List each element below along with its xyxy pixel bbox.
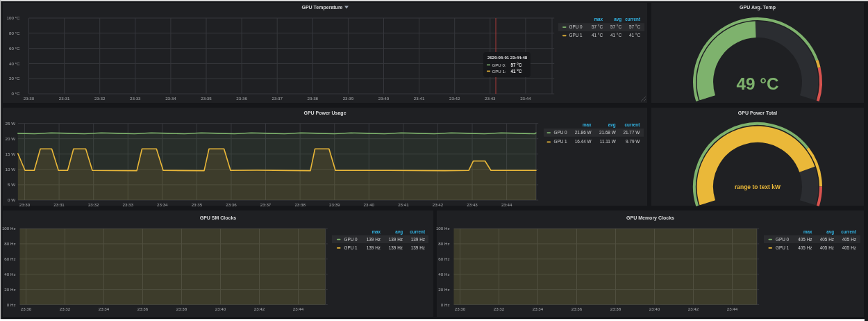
svg-text:0 Hz: 0 Hz: [441, 302, 450, 307]
svg-text:23:32: 23:32: [88, 202, 99, 207]
svg-text:23:39: 23:39: [343, 96, 354, 101]
svg-text:23:42: 23:42: [254, 306, 265, 311]
svg-text:60 Hz: 60 Hz: [438, 256, 449, 261]
svg-text:23:40: 23:40: [378, 96, 390, 101]
svg-text:40 Hz: 40 Hz: [438, 272, 449, 277]
svg-text:GPU 0: GPU 0: [554, 130, 568, 135]
svg-text:139 Hz: 139 Hz: [367, 237, 381, 242]
svg-text:max: max: [583, 122, 592, 127]
svg-text:23:41: 23:41: [398, 202, 409, 207]
svg-text:23:44: 23:44: [293, 306, 304, 311]
svg-text:GPU Power Total: GPU Power Total: [738, 110, 777, 115]
svg-text:23:34: 23:34: [99, 306, 110, 311]
svg-text:GPU 0:: GPU 0:: [492, 63, 506, 67]
svg-text:GPU Avg. Temp: GPU Avg. Temp: [740, 5, 776, 10]
svg-text:23:30: 23:30: [24, 96, 35, 101]
svg-text:49 °C: 49 °C: [736, 74, 778, 93]
svg-text:23:36: 23:36: [226, 202, 237, 207]
svg-text:23:43: 23:43: [467, 202, 478, 207]
svg-text:GPU 0: GPU 0: [344, 237, 358, 242]
svg-text:40 °C: 40 °C: [9, 61, 20, 66]
svg-text:57 °C: 57 °C: [610, 24, 621, 29]
svg-text:80 Hz: 80 Hz: [438, 241, 449, 246]
svg-text:GPU 1:: GPU 1:: [492, 69, 506, 74]
svg-text:100 Hz: 100 Hz: [436, 226, 450, 231]
svg-text:23:33: 23:33: [122, 202, 133, 207]
svg-text:57 °C: 57 °C: [629, 24, 640, 29]
svg-text:10 W: 10 W: [6, 167, 16, 172]
svg-text:23:31: 23:31: [53, 202, 65, 207]
svg-text:23:34: 23:34: [157, 202, 168, 207]
svg-text:avg: avg: [614, 17, 621, 22]
svg-text:current: current: [410, 229, 426, 234]
svg-text:GPU 1: GPU 1: [569, 33, 583, 38]
svg-text:23:40: 23:40: [215, 306, 226, 311]
svg-text:23:41: 23:41: [414, 96, 425, 101]
svg-text:9.79 W: 9.79 W: [626, 139, 640, 144]
svg-text:GPU Power Usage: GPU Power Usage: [303, 110, 346, 116]
svg-text:23:38: 23:38: [610, 306, 621, 311]
svg-text:max: max: [803, 229, 812, 234]
svg-text:405 Hz: 405 Hz: [798, 237, 812, 242]
svg-text:41 °C: 41 °C: [511, 69, 522, 74]
svg-text:15 W: 15 W: [6, 151, 16, 156]
svg-text:0 W: 0 W: [8, 197, 15, 202]
svg-text:current: current: [841, 229, 857, 234]
svg-text:current: current: [625, 17, 641, 22]
svg-text:5 W: 5 W: [8, 182, 15, 187]
svg-text:139 Hz: 139 Hz: [411, 237, 425, 242]
svg-text:GPU 0: GPU 0: [776, 237, 790, 242]
svg-text:23:32: 23:32: [94, 96, 106, 101]
svg-text:100 Hz: 100 Hz: [2, 226, 16, 231]
svg-text:80 °C: 80 °C: [9, 31, 20, 35]
svg-text:23:42: 23:42: [449, 96, 460, 101]
svg-text:avg: avg: [826, 229, 834, 235]
svg-text:GPU SM Clocks: GPU SM Clocks: [200, 215, 237, 220]
svg-text:23:35: 23:35: [192, 202, 203, 207]
svg-text:41 °C: 41 °C: [610, 33, 621, 38]
svg-text:405 Hz: 405 Hz: [820, 237, 834, 242]
svg-text:25 W: 25 W: [6, 121, 16, 126]
svg-text:GPU 1: GPU 1: [554, 139, 568, 144]
svg-text:41 °C: 41 °C: [629, 33, 640, 38]
svg-text:405 Hz: 405 Hz: [798, 245, 812, 250]
svg-text:57 °C: 57 °C: [511, 63, 522, 67]
svg-text:GPU Memory Clocks: GPU Memory Clocks: [626, 215, 674, 221]
svg-text:139 Hz: 139 Hz: [367, 245, 381, 250]
svg-text:23:30: 23:30: [19, 202, 31, 207]
svg-text:max: max: [372, 229, 381, 234]
svg-text:GPU Temperature: GPU Temperature: [302, 5, 343, 10]
svg-text:60 °C: 60 °C: [9, 46, 20, 51]
svg-text:2020-05-01 23:44:48: 2020-05-01 23:44:48: [487, 55, 528, 60]
svg-text:80 Hz: 80 Hz: [4, 241, 15, 246]
svg-text:23:30: 23:30: [21, 306, 32, 311]
svg-text:20 Hz: 20 Hz: [4, 287, 15, 292]
svg-text:23:37: 23:37: [272, 96, 283, 101]
svg-text:avg: avg: [608, 122, 616, 128]
svg-text:current: current: [625, 122, 641, 127]
svg-text:21.77 W: 21.77 W: [623, 130, 640, 135]
svg-text:23:36: 23:36: [236, 96, 247, 101]
svg-text:23:35: 23:35: [201, 96, 212, 101]
svg-text:23:36: 23:36: [571, 306, 583, 311]
svg-text:23:32: 23:32: [60, 306, 71, 311]
svg-text:57 °C: 57 °C: [592, 24, 603, 29]
svg-text:0 °C: 0 °C: [11, 91, 20, 96]
svg-text:21.68 W: 21.68 W: [599, 130, 617, 135]
svg-text:GPU 1: GPU 1: [776, 245, 790, 250]
svg-text:23:44: 23:44: [727, 306, 738, 311]
svg-text:11.11 W: 11.11 W: [600, 139, 617, 144]
svg-text:GPU 1: GPU 1: [344, 245, 358, 250]
svg-text:23:34: 23:34: [165, 96, 176, 101]
svg-text:139 Hz: 139 Hz: [389, 237, 403, 242]
svg-text:139 Hz: 139 Hz: [389, 245, 403, 250]
svg-text:20 °C: 20 °C: [9, 76, 20, 81]
svg-text:23:30: 23:30: [455, 306, 466, 311]
svg-text:23:33: 23:33: [130, 96, 141, 101]
svg-text:23:42: 23:42: [688, 306, 699, 311]
svg-text:40 Hz: 40 Hz: [4, 272, 15, 277]
svg-text:100 °C: 100 °C: [7, 15, 21, 20]
svg-text:23:40: 23:40: [649, 306, 660, 311]
svg-text:range to text kW: range to text kW: [735, 183, 781, 190]
svg-text:23:38: 23:38: [294, 202, 306, 207]
